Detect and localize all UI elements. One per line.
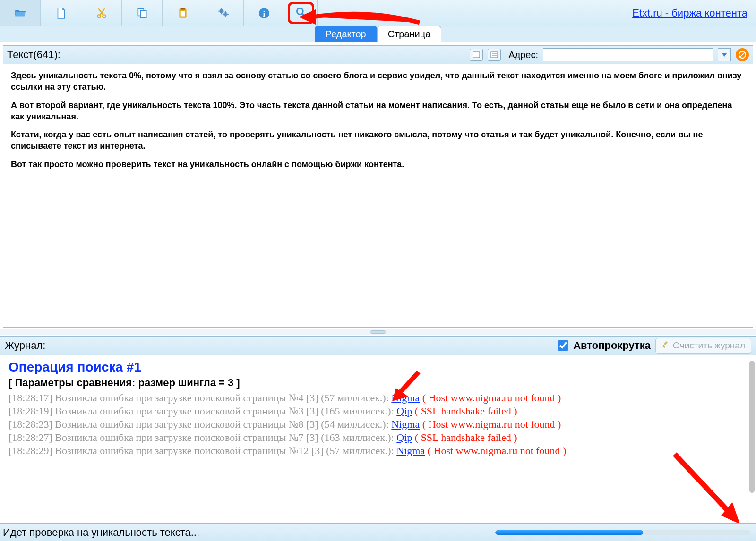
settings-icon [217, 7, 230, 19]
chevron-down-icon [721, 52, 728, 57]
annotation-arrow-progress [666, 448, 747, 529]
status-text: Идет проверка на уникальность текста... [3, 526, 199, 539]
clear-journal-label: Очистить журнал [673, 340, 745, 351]
folder-open-icon [14, 7, 26, 19]
log-line: [18:28:17] Возникла ошибка при загрузке … [9, 392, 747, 404]
address-stop-button[interactable] [736, 48, 749, 61]
view-mode-plain-button[interactable] [470, 49, 483, 61]
svg-rect-13 [473, 52, 480, 58]
splitter-grip-icon [370, 330, 386, 334]
status-bar: Идет проверка на уникальность текста... [0, 523, 756, 541]
editor-paragraph: А вот второй вариант, где уникальность т… [11, 100, 745, 123]
stop-icon [739, 51, 746, 59]
operation-params: [ Параметры сравнения: размер шингла = 3… [9, 377, 747, 389]
info-button[interactable]: i [244, 0, 284, 26]
svg-point-0 [97, 15, 101, 18]
engine-link[interactable]: Nigma [396, 445, 425, 456]
new-file-icon [55, 7, 67, 19]
progress-fill [495, 530, 643, 535]
engine-link[interactable]: Qip [396, 405, 412, 417]
brand-link[interactable]: Etxt.ru - биржа контента [632, 7, 747, 19]
svg-point-1 [103, 15, 106, 18]
info-icon: i [258, 7, 270, 19]
broom-icon [662, 340, 670, 351]
svg-rect-6 [180, 11, 185, 16]
log-line: [18:28:29] Возникла ошибка при загрузке … [9, 445, 747, 457]
list-icon [490, 51, 498, 58]
log-line: [18:28:23] Возникла ошибка при загрузке … [9, 418, 747, 431]
operation-title: Операция поиска #1 [9, 360, 747, 375]
copy-icon [136, 7, 148, 19]
autoscroll-label: Автопрокрутка [573, 339, 651, 352]
cut-icon [95, 7, 108, 19]
folder-open-button[interactable] [0, 0, 41, 26]
journal-label: Журнал: [5, 339, 45, 352]
engine-link[interactable]: Nigma [391, 418, 420, 430]
view-mode-detail-button[interactable] [488, 49, 501, 61]
autoscroll-checkbox[interactable] [558, 340, 568, 351]
text-count-label: Текст(641): [7, 49, 60, 61]
editor-paragraph: Кстати, когда у вас есть опыт написания … [11, 129, 745, 152]
journal-body[interactable]: Операция поиска #1 [ Параметры сравнения… [0, 355, 756, 497]
engine-link[interactable]: Qip [396, 431, 412, 443]
new-file-button[interactable] [41, 0, 81, 26]
annotation-arrow-journal [387, 368, 425, 406]
window-icon [472, 51, 480, 58]
paste-icon [177, 7, 189, 19]
svg-text:i: i [263, 9, 265, 18]
svg-marker-17 [722, 53, 727, 57]
copy-button[interactable] [122, 0, 163, 26]
editor-paragraph: Здесь уникальность текста 0%, потому что… [11, 70, 745, 93]
tabs-row: Редактор Страница [0, 26, 756, 42]
address-label: Адрес: [508, 50, 538, 60]
clear-journal-button[interactable]: Очистить журнал [655, 338, 751, 354]
log-line: [18:28:19] Возникла ошибка при загрузке … [9, 405, 747, 417]
text-header-bar: Текст(641): Адрес: [3, 45, 753, 64]
svg-marker-12 [299, 9, 316, 25]
log-line: [18:28:27] Возникла ошибка при загрузке … [9, 431, 747, 444]
settings-button[interactable] [203, 0, 244, 26]
cut-button[interactable] [81, 0, 122, 26]
progress-bar [495, 530, 750, 535]
svg-rect-14 [491, 52, 498, 58]
svg-rect-3 [140, 10, 146, 17]
tab-page[interactable]: Страница [377, 26, 442, 42]
journal-scrollbar-thumb[interactable] [749, 361, 755, 493]
tab-editor[interactable]: Редактор [315, 26, 377, 42]
journal-header: Журнал: Автопрокрутка Очистить журнал [0, 336, 756, 355]
paste-button[interactable] [163, 0, 203, 26]
address-input[interactable] [543, 48, 713, 61]
editor-textarea[interactable]: Здесь уникальность текста 0%, потому что… [3, 64, 753, 328]
annotation-arrow-search [297, 7, 420, 27]
editor-paragraph: Вот так просто можно проверить текст на … [11, 159, 745, 170]
address-go-button[interactable] [718, 48, 731, 61]
svg-rect-5 [180, 8, 185, 9]
svg-line-19 [740, 52, 745, 57]
horizontal-splitter[interactable] [0, 329, 756, 335]
